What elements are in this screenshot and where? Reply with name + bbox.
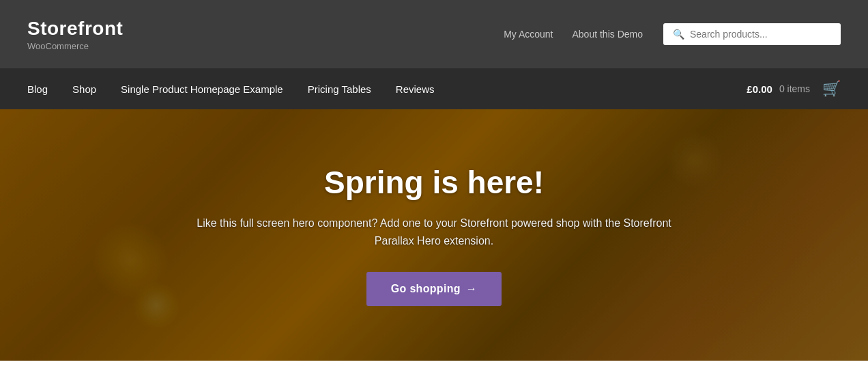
go-shopping-arrow: → bbox=[466, 283, 477, 294]
search-input[interactable] bbox=[690, 29, 831, 40]
nav-item-shop[interactable]: Shop bbox=[60, 68, 108, 109]
top-nav: My Account About this Demo bbox=[504, 29, 643, 40]
nav-bar: Blog Shop Single Product Homepage Exampl… bbox=[0, 68, 868, 109]
cart-icon: 🛒 bbox=[822, 80, 841, 98]
nav-item-blog[interactable]: Blog bbox=[27, 68, 60, 109]
top-nav-account[interactable]: My Account bbox=[504, 29, 553, 40]
go-shopping-button[interactable]: Go shopping→ bbox=[366, 272, 502, 306]
cart-price: £0.00 bbox=[747, 83, 772, 95]
go-shopping-label: Go shopping bbox=[391, 283, 461, 294]
nav-item-single-product[interactable]: Single Product Homepage Example bbox=[108, 68, 295, 109]
hero-section: Spring is here! Like this full screen he… bbox=[0, 109, 868, 361]
brand-sub: WooCommerce bbox=[27, 41, 123, 51]
hero-title: Spring is here! bbox=[188, 164, 680, 201]
cart-area[interactable]: £0.00 0 items 🛒 bbox=[747, 80, 841, 98]
search-box: 🔍 bbox=[663, 23, 841, 45]
search-icon: 🔍 bbox=[673, 29, 684, 40]
top-header: Storefront WooCommerce My Account About … bbox=[0, 0, 868, 68]
nav-item-pricing[interactable]: Pricing Tables bbox=[295, 68, 384, 109]
cart-items-label: 0 items bbox=[779, 83, 810, 94]
hero-description: Like this full screen hero component? Ad… bbox=[188, 214, 680, 249]
brand-name: Storefront bbox=[27, 18, 123, 40]
hero-content: Spring is here! Like this full screen he… bbox=[161, 164, 707, 305]
nav-item-reviews[interactable]: Reviews bbox=[384, 68, 447, 109]
top-right: My Account About this Demo 🔍 bbox=[504, 23, 841, 45]
top-nav-about[interactable]: About this Demo bbox=[573, 29, 643, 40]
main-nav: Blog Shop Single Product Homepage Exampl… bbox=[27, 68, 447, 109]
brand-area: Storefront WooCommerce bbox=[27, 18, 123, 51]
